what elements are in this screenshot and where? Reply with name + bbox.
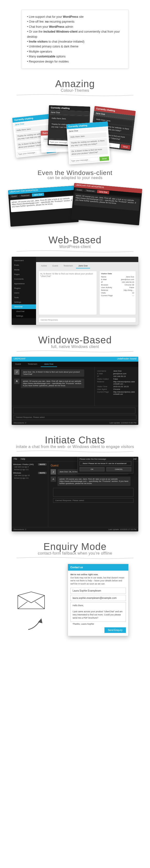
envelope-icon	[17, 591, 46, 610]
canned-responses[interactable]: Canned Responses	[38, 317, 136, 322]
divider-squiggle-icon	[17, 250, 133, 252]
tab[interactable]: Testersen	[61, 264, 76, 269]
send-enquiry-button[interactable]: Send Enquiry	[104, 627, 126, 633]
info-row: Referrerhttp://devwordpress.cakeordeath.…	[97, 380, 136, 385]
last-update: Last Update: 1/2/2015 5:46 PM	[109, 422, 137, 424]
visitor-details: Visitor Data NameJane DoeE-Mailjane@doe.…	[99, 271, 136, 315]
chat-msg: Hi, hi there! I'd like to find out more …	[40, 273, 95, 277]
sidebar-item[interactable]: Dashboard	[12, 258, 36, 263]
visitor-detail: Last seen (s) ago 9	[14, 466, 47, 468]
menu-help[interactable]: Help	[21, 458, 25, 460]
detail-row: Current Page—	[101, 294, 134, 297]
chat-bubble: Jane Doe: Ok, hi there! I'd like to find…	[21, 369, 84, 377]
feature-item: Many customizable options	[27, 54, 123, 59]
tab[interactable]: Guest	[12, 362, 24, 367]
discussions-count: Discussions: 2	[13, 422, 26, 424]
contact-message-input[interactable]: Hello there, I just came across your pro…	[70, 602, 126, 622]
title-big: Enquiry Mode	[0, 541, 150, 552]
visitor-detail: Arrived (s) ago 111	[14, 469, 47, 470]
prompt-input[interactable]: …there! Please let me know if I can be o…	[80, 461, 131, 466]
tab[interactable]: Guest	[74, 188, 84, 192]
compose-bar	[12, 406, 138, 415]
title-sub: WordPress-client	[0, 245, 150, 249]
widget-msg: Hello there Jane.	[51, 116, 88, 122]
tab[interactable]: Guest	[9, 194, 19, 198]
tab[interactable]: Jane Doe	[97, 190, 109, 194]
prompt-ok-button[interactable]: OK	[80, 467, 104, 471]
sidebar-item[interactable]: Tools	[12, 295, 36, 300]
sidebar-item[interactable]: Comments	[12, 277, 36, 281]
compose-input[interactable]	[53, 488, 133, 497]
section-web-title: Web-Based WordPress-client	[0, 235, 150, 252]
widget-send-button[interactable]: Send	[99, 156, 109, 161]
section-win-title: Windows-Based full, native Windows clien…	[0, 335, 150, 352]
contact-form: Contact us We're not online right now. O…	[68, 564, 128, 636]
window-title: UBERCHAT	[13, 358, 26, 361]
invite-button[interactable]: INVITE	[38, 463, 47, 466]
web-tabs: ActiveGuestTestersenJane Doe	[36, 262, 138, 269]
section-themes-title: Amazing Colour-Themes	[0, 79, 150, 96]
feature-item: Or use the included Windows-client and c…	[27, 29, 123, 39]
menu-file[interactable]: File	[13, 458, 17, 460]
visitor-group: Windows	[13, 472, 21, 474]
details-title: Visitor Data	[101, 273, 134, 275]
tab[interactable]: Jane Doe	[41, 362, 57, 367]
contact-header: Contact us	[68, 564, 128, 571]
section-winadapt-title: Even the Windows-client can be adapted t…	[0, 169, 150, 180]
feature-item: One-off fee: no recurring payments	[27, 19, 123, 24]
feature-item: Invite visitors to chat (moderator-initi…	[27, 39, 123, 44]
feature-list: Live-support chat for your WordPress sit…	[22, 10, 128, 69]
prompt-cancel-button[interactable]: CANCEL	[107, 467, 131, 471]
tab[interactable]: Active	[38, 264, 50, 269]
last-update: Last Update: 1/2/2015 17:15 PM	[108, 528, 137, 530]
canned-responses[interactable]: Canned Response. Please select	[13, 415, 137, 420]
sidebar-item[interactable]: Users	[12, 290, 36, 295]
sidebar-item[interactable]: Media	[12, 268, 36, 272]
canned-responses[interactable]: Canned Response. Please select	[53, 498, 133, 503]
title-big: Initiate Chats	[0, 435, 150, 445]
divider-squiggle-icon	[17, 350, 133, 352]
tab[interactable]: Testersen	[24, 362, 41, 367]
tab[interactable]: Testersen	[19, 193, 31, 197]
sidebar-item[interactable]: Appearance	[12, 281, 36, 286]
visitor-detail: Last seen (s) ago 16	[14, 474, 47, 476]
sidebar-item[interactable]: Plugins	[12, 286, 36, 290]
feature-item: Live-support chat for your WordPress sit…	[27, 14, 123, 19]
chat-bubble: admin: Of course you can, Jane. First of…	[21, 379, 84, 388]
feature-item: Unlimited primary colors & dark theme	[27, 44, 123, 49]
info-row: Visitor CalledFalse	[97, 378, 136, 380]
avatar-icon: J	[51, 469, 56, 474]
sidebar-subitem[interactable]: UberChat	[12, 309, 36, 314]
compose-input[interactable]	[13, 408, 136, 413]
info-row: UsernameJane Doe	[97, 370, 136, 372]
wp-topbar	[36, 257, 138, 262]
invite-button[interactable]: INVITE	[38, 472, 47, 474]
tab[interactable]: Guest	[50, 264, 61, 269]
sidebar-item[interactable]: UberChat	[12, 304, 36, 309]
contact-email-input[interactable]: laura.sophie.examplesen@example.com	[70, 595, 126, 601]
visitor-detail: Arrived (s) ago 111	[14, 477, 47, 479]
sidebar-subitem[interactable]: Settings	[12, 314, 36, 318]
info-row: Current Pagehttp://devwordpress.cakeorde…	[97, 391, 136, 395]
section-enq-title: Enquiry Mode contact-form fallback when …	[0, 541, 150, 559]
info-row: E-Mailjane@doe.com	[97, 373, 136, 375]
sidebar-item[interactable]: Posts	[12, 263, 36, 268]
tab[interactable]: Jane Doe	[76, 264, 90, 269]
widget-msg: Ok, hi there! I'd like to find out more …	[70, 147, 108, 157]
contact-name-input[interactable]: Laura Sophie Examplesen	[70, 588, 126, 594]
widget-input[interactable]	[70, 157, 99, 163]
sound-toggle[interactable]: Undefineden Sound	[117, 358, 137, 361]
divider-squiggle-icon	[17, 557, 133, 559]
sidebar-item[interactable]: Pages	[12, 272, 36, 277]
title-sub: initate a chat from the web- or Windows …	[0, 444, 150, 449]
wp-sidebar: DashboardPostsMediaPagesCommentsAppearan…	[12, 257, 36, 325]
enquiry-illustration: Contact us We're not online right now. O…	[7, 561, 143, 649]
widget-send-button[interactable]: Send	[121, 144, 130, 149]
sidebar-item[interactable]: Settings	[12, 300, 36, 304]
title-sub: Colour-Themes	[0, 88, 150, 93]
divider-squiggle-icon	[17, 94, 133, 96]
contact-intro-text: Our bots may not be in our seats, but th…	[70, 577, 124, 585]
windows-client-screenshot: UBERCHAT Undefineden Sound GuestTesterse…	[12, 357, 138, 425]
tab[interactable]: Jane Doe	[32, 193, 44, 197]
widget-body: Hello there Jane. Thanks for visiting ou…	[67, 131, 110, 158]
